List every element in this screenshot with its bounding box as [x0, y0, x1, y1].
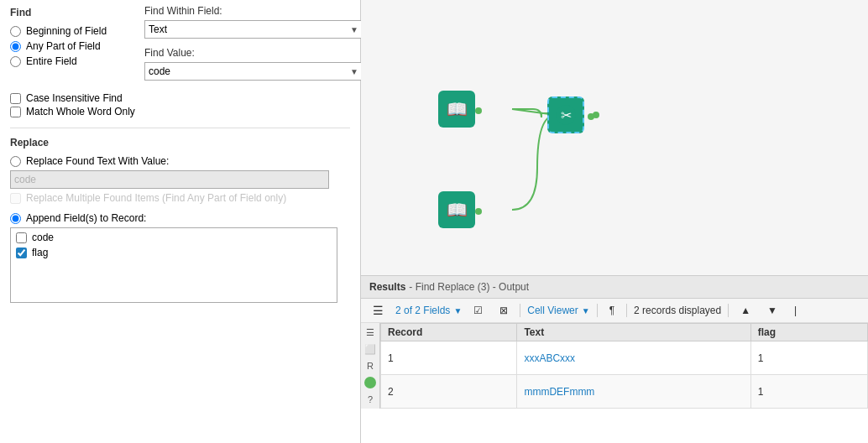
toolbar-paragraph-button[interactable]: ¶: [604, 303, 620, 318]
results-header: Results - Find Replace (3) - Output: [361, 276, 868, 299]
find-value-select-box[interactable]: code ▼: [144, 62, 363, 81]
beginning-of-field-label: Beginning of Field: [26, 25, 107, 37]
toolbar-menu-button[interactable]: ☰: [368, 302, 389, 319]
find-within-field-select-box[interactable]: Text Name Value ▼: [144, 20, 363, 39]
find-value-select[interactable]: code: [149, 65, 358, 77]
left-panel: Find Beginning of Field Any Part of Fiel…: [0, 0, 361, 443]
cell-flag-1: 1: [750, 341, 867, 375]
results-table: Record Text flag 1 xxxABCxxx 1 2 mmmDEFm…: [380, 323, 868, 409]
toolbar-filter-button[interactable]: ☑: [468, 303, 488, 318]
column-header-record: Record: [381, 324, 517, 341]
results-title: Results: [369, 281, 405, 293]
connector-dot-2: [475, 208, 482, 215]
replace-value-box[interactable]: code ▼: [10, 170, 329, 189]
column-header-text: Text: [517, 324, 750, 341]
cell-record-1: 1: [381, 341, 517, 375]
find-checkboxes: Case Insensitive Find Match Whole Word O…: [10, 92, 350, 119]
input-node-1[interactable]: 📖: [438, 91, 475, 128]
case-insensitive-checkbox[interactable]: [10, 93, 21, 104]
append-fields-radio[interactable]: [10, 213, 21, 224]
match-whole-word-row: Match Whole Word Only: [10, 106, 350, 117]
append-section: Append Field(s) to Record: code flag: [10, 212, 350, 303]
replace-found-text-row: Replace Found Text With Value:: [10, 155, 350, 167]
input-node-1-icon: 📖: [447, 99, 468, 119]
case-insensitive-row: Case Insensitive Find: [10, 92, 350, 104]
replace-multiple-row: Replace Multiple Found Items (Find Any P…: [10, 192, 350, 204]
input-node-2[interactable]: 📖: [438, 191, 475, 228]
tool-node-icon: ✂: [554, 103, 578, 127]
canvas-area: 📖 📖 ✂: [361, 0, 868, 275]
toolbar-up-button[interactable]: ▲: [735, 303, 756, 318]
toolbar-more-button[interactable]: |: [789, 303, 802, 318]
cell-text-2: mmmDEFmmm: [517, 375, 750, 409]
column-header-flag: flag: [750, 324, 867, 341]
divider-1: [10, 128, 350, 128]
fields-selector[interactable]: 2 of 2 Fields ▼: [395, 305, 462, 316]
toolbar-separator-4: [728, 304, 729, 317]
table-row: 2 mmmDEFmmm 1: [381, 375, 868, 409]
field-code-label: code: [32, 232, 54, 243]
table-container: ☰ ⬜ R ? Record Text flag: [361, 323, 868, 409]
connector-svg: [361, 0, 868, 275]
results-toolbar: ☰ 2 of 2 Fields ▼ ☑ ⊠ Cell Viewer ▼ ¶: [361, 299, 868, 323]
match-whole-word-label: Match Whole Word Only: [26, 106, 135, 117]
svg-text:✂: ✂: [561, 107, 572, 122]
beginning-of-field-radio[interactable]: [10, 26, 21, 37]
find-value-group: Find Value: code ▼: [144, 47, 350, 81]
side-icon-1[interactable]: ☰: [363, 325, 378, 340]
results-panel: Results - Find Replace (3) - Output ☰ 2 …: [361, 275, 868, 443]
side-icon-record[interactable]: R: [363, 358, 378, 373]
find-within-field-select[interactable]: Text Name Value: [149, 23, 358, 35]
results-subtitle: - Find Replace (3) - Output: [409, 281, 529, 293]
append-fields-row: Append Field(s) to Record:: [10, 212, 350, 224]
find-within-field-label: Find Within Field:: [144, 5, 350, 17]
fields-box: code flag: [10, 227, 337, 303]
cell-record-2: 2: [381, 375, 517, 409]
replace-value-select[interactable]: code: [14, 174, 325, 185]
entire-field-label: Entire Field: [26, 55, 77, 67]
cell-viewer-label: Cell Viewer: [527, 305, 578, 316]
replace-section: Replace Replace Found Text With Value: c…: [10, 137, 350, 303]
table-row: 1 xxxABCxxx 1: [381, 341, 868, 375]
replace-found-text-radio[interactable]: [10, 156, 21, 167]
input-node-2-icon: 📖: [447, 200, 468, 220]
fields-selector-label: 2 of 2 Fields: [395, 305, 450, 316]
field-flag-label: flag: [32, 247, 48, 258]
toolbar-down-button[interactable]: ▼: [762, 303, 782, 318]
connector-dot-1: [475, 107, 482, 114]
green-dot-icon: [364, 377, 376, 388]
match-whole-word-checkbox[interactable]: [10, 107, 21, 117]
side-icon-question[interactable]: ?: [363, 392, 378, 407]
connector-dot-3: [588, 113, 594, 120]
field-flag-checkbox[interactable]: [16, 248, 27, 258]
replace-section-title: Replace: [10, 137, 350, 149]
any-part-of-field-radio[interactable]: [10, 41, 21, 52]
toolbar-separator-2: [597, 304, 598, 317]
field-flag: flag: [16, 247, 332, 258]
replace-multiple-checkbox: [10, 193, 21, 204]
find-within-field-group: Find Within Field: Text Name Value ▼: [144, 5, 350, 39]
replace-multiple-label: Replace Multiple Found Items (Find Any P…: [26, 192, 286, 204]
append-fields-label: Append Field(s) to Record:: [26, 212, 146, 224]
cell-viewer-selector[interactable]: Cell Viewer ▼: [527, 305, 589, 316]
records-count: 2 records displayed: [634, 305, 721, 316]
right-panel: 📖 📖 ✂ Results - Find Replace (3) - Outpu…: [361, 0, 868, 443]
entire-field-radio[interactable]: [10, 56, 21, 67]
field-code-checkbox[interactable]: [16, 232, 27, 243]
any-part-of-field-label: Any Part of Field: [26, 40, 101, 52]
find-value-label: Find Value:: [144, 47, 350, 59]
toolbar-separator-1: [520, 304, 520, 317]
replace-found-text-label: Replace Found Text With Value:: [26, 155, 169, 167]
field-code: code: [16, 232, 332, 243]
cell-flag-2: 1: [750, 375, 867, 409]
side-icon-green[interactable]: [363, 375, 378, 390]
toolbar-separator-3: [626, 304, 627, 317]
toolbar-settings-button[interactable]: ⊠: [494, 303, 513, 318]
tool-node[interactable]: ✂: [547, 96, 584, 133]
side-icon-2[interactable]: ⬜: [363, 341, 378, 357]
side-icons-col: ☰ ⬜ R ?: [361, 323, 380, 409]
cell-text-1: xxxABCxxx: [517, 341, 750, 375]
fields-selector-chevron-icon: ▼: [453, 306, 462, 315]
cell-viewer-chevron-icon: ▼: [582, 306, 590, 315]
case-insensitive-label: Case Insensitive Find: [26, 92, 123, 104]
